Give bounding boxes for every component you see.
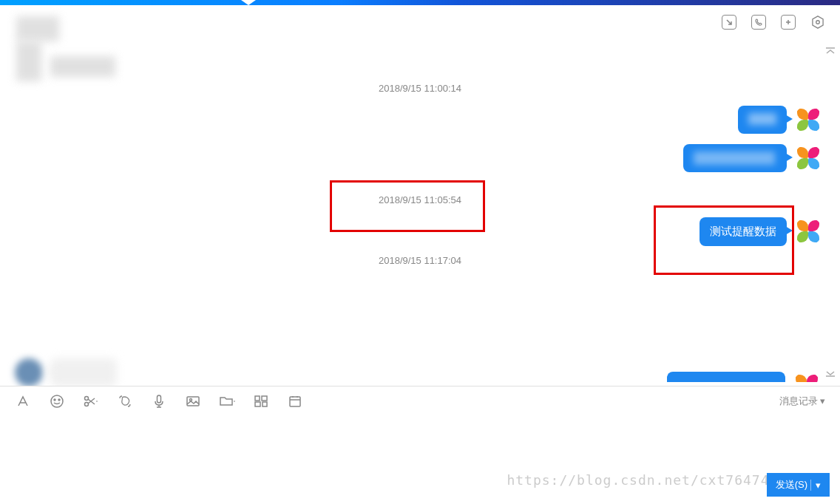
input-toolbar: 消息记录 ▾ bbox=[0, 386, 840, 415]
sender-avatar[interactable] bbox=[793, 372, 821, 382]
peer-avatar-blur bbox=[15, 358, 43, 386]
svg-rect-11 bbox=[262, 396, 267, 401]
send-bar: 发送(S) ▾ bbox=[767, 473, 830, 497]
apps-icon[interactable] bbox=[253, 393, 269, 409]
call-icon[interactable] bbox=[751, 15, 766, 30]
microphone-icon[interactable] bbox=[151, 393, 167, 409]
folder-icon[interactable] bbox=[219, 393, 235, 409]
svg-point-1 bbox=[816, 21, 820, 24]
collapse-top-icon[interactable] bbox=[825, 47, 836, 55]
message-bubble-blurred bbox=[738, 106, 787, 134]
timestamp: 2018/9/15 11:00:14 bbox=[0, 83, 840, 94]
message-row-incoming bbox=[15, 358, 117, 386]
sender-avatar[interactable] bbox=[794, 144, 822, 172]
watermark-text: https://blog.csdn.net/cxt76474961 bbox=[507, 472, 796, 488]
image-icon[interactable] bbox=[185, 393, 201, 409]
svg-rect-8 bbox=[187, 397, 199, 406]
send-button[interactable]: 发送(S) ▾ bbox=[767, 473, 830, 497]
top-accent-bar bbox=[0, 0, 840, 5]
svg-point-4 bbox=[58, 399, 60, 401]
message-row-outgoing-partial bbox=[667, 372, 821, 382]
annotation-box-2 bbox=[654, 205, 794, 275]
settings-icon[interactable] bbox=[810, 15, 825, 30]
message-bubble-blurred bbox=[50, 358, 117, 386]
svg-rect-13 bbox=[262, 402, 267, 406]
message-input-area[interactable] bbox=[0, 415, 840, 474]
contact-avatar-blur bbox=[16, 16, 59, 41]
message-row-outgoing bbox=[0, 103, 840, 137]
svg-point-9 bbox=[190, 398, 192, 401]
svg-marker-0 bbox=[813, 16, 823, 28]
font-icon[interactable] bbox=[15, 393, 31, 409]
dropdown-arrow-icon: ▾ bbox=[820, 395, 825, 406]
collapse-input-icon[interactable] bbox=[825, 370, 836, 377]
message-row-outgoing bbox=[0, 141, 840, 175]
svg-point-3 bbox=[54, 399, 55, 401]
top-bar-notch bbox=[241, 0, 256, 5]
message-bubble-cutoff bbox=[667, 372, 785, 382]
dropdown-arrow-icon: ▾ bbox=[810, 480, 821, 491]
add-icon[interactable] bbox=[781, 15, 796, 30]
calendar-icon[interactable] bbox=[287, 393, 303, 409]
history-label: 消息记录 bbox=[779, 395, 818, 408]
sender-avatar[interactable] bbox=[794, 106, 822, 134]
svg-point-2 bbox=[51, 395, 63, 407]
svg-rect-14 bbox=[290, 397, 300, 406]
emoji-icon[interactable] bbox=[49, 393, 65, 409]
scissors-icon[interactable] bbox=[83, 393, 99, 409]
shake-icon[interactable] bbox=[117, 393, 133, 409]
sender-avatar[interactable] bbox=[794, 217, 822, 245]
message-history-button[interactable]: 消息记录 ▾ bbox=[779, 395, 825, 408]
send-label: 发送(S) bbox=[776, 478, 807, 491]
header-icon-row bbox=[722, 15, 825, 30]
pop-out-icon[interactable] bbox=[722, 15, 736, 30]
message-bubble-blurred bbox=[683, 144, 787, 172]
svg-rect-7 bbox=[158, 395, 161, 403]
annotation-box-1 bbox=[330, 180, 485, 232]
svg-rect-10 bbox=[255, 396, 260, 401]
svg-rect-12 bbox=[255, 402, 260, 406]
